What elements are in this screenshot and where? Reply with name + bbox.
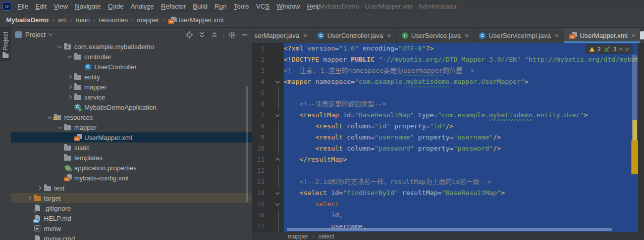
gutter-fold-column[interactable]	[267, 110, 284, 121]
tree-item-mvnw[interactable]: ▸mvnw	[11, 223, 252, 233]
code-line-5[interactable]: 5	[252, 87, 638, 99]
code-line-8[interactable]: 8 <result column="id" property="id"/>	[252, 121, 638, 132]
code-text[interactable]: id,	[284, 210, 638, 221]
code-line-10[interactable]: 10 <result column="password" property="p…	[252, 143, 638, 154]
breadcrumb-item-mapper[interactable]: mapper	[137, 16, 159, 24]
gutter-fold-column[interactable]	[267, 76, 284, 87]
tree-item-mvnw-cmd[interactable]: mvnw.cmd	[11, 233, 252, 240]
fold-marker-icon[interactable]	[276, 158, 280, 162]
gutter-fold-column[interactable]	[267, 154, 284, 165]
gutter-fold-column[interactable]	[267, 199, 284, 210]
tree-item-mybatis-config-xml[interactable]: <>mybatis-config.xml	[11, 173, 252, 183]
code-text[interactable]: <select id="findUserById" resultMap="Bas…	[284, 187, 638, 199]
tree-item-help-md[interactable]: MDHELP.md	[11, 213, 252, 223]
tree-item-mybatisdemoapplication[interactable]: CMybatisDemoApplication	[11, 102, 252, 112]
close-icon[interactable]: ×	[465, 32, 469, 39]
code-line-7[interactable]: 7 <resultMap id="BaseResultMap" type="co…	[252, 110, 638, 121]
tree-item-service[interactable]: service	[11, 92, 252, 102]
horizontal-scrollbar[interactable]	[287, 228, 612, 231]
tree-item-target[interactable]: target	[11, 193, 252, 203]
warning-stripe-mark[interactable]	[631, 140, 638, 174]
tree-item-resources[interactable]: resources	[11, 112, 252, 122]
code-text[interactable]: <?xml version="1.0" encoding="UTF-8"?>	[284, 43, 638, 54]
code-text[interactable]: <result column="id" property="id"/>	[284, 121, 638, 132]
tree-item-static[interactable]: static	[11, 142, 252, 153]
next-problem-icon[interactable]	[625, 46, 629, 51]
code-line-3[interactable]: 3<!--注意: 1.这里的namespace要是你usermapper的位置-…	[252, 65, 638, 76]
tab-userserviceimpl-java[interactable]: CUserServiceImpl.java×	[474, 28, 564, 43]
code-line-15[interactable]: 15 select	[252, 199, 638, 210]
menu-item-navigate[interactable]: Navigate	[71, 3, 104, 10]
breadcrumb-item-src[interactable]: src	[58, 16, 67, 24]
code-text[interactable]: <resultMap id="BaseResultMap" type="com.…	[284, 110, 638, 121]
menu-item-file[interactable]: File	[14, 3, 32, 10]
fold-marker-icon[interactable]	[276, 113, 280, 117]
code-line-14[interactable]: 14 <select id="findUserById" resultMap="…	[252, 187, 638, 199]
breadcrumb-item-resources[interactable]: resources	[99, 16, 128, 24]
project-tree-scrollbar[interactable]	[246, 86, 248, 202]
hide-panel-icon[interactable]	[241, 31, 249, 39]
code-line-6[interactable]: 6 <!--注意这里的返回类型-->	[252, 99, 638, 110]
menu-item-edit[interactable]: Edit	[32, 3, 50, 10]
tree-item-test[interactable]: test	[11, 183, 252, 193]
close-icon[interactable]: ×	[303, 32, 307, 39]
chevron-down-icon[interactable]	[48, 32, 52, 36]
menu-item-run[interactable]: Run	[211, 3, 230, 10]
chevron-down-icon[interactable]	[57, 124, 64, 131]
chevron-right-icon[interactable]	[67, 83, 74, 90]
prev-problem-icon[interactable]	[619, 47, 623, 52]
code-line-2[interactable]: 2<!DOCTYPE mapper PUBLIC "-//mybatis.org…	[252, 54, 638, 65]
code-line-11[interactable]: 11 </resultMap>	[252, 154, 638, 165]
chevron-right-icon[interactable]	[67, 93, 74, 101]
editor-breadcrumb-item-select[interactable]: select	[318, 233, 334, 240]
breadcrumb-item-main[interactable]: main	[76, 16, 90, 24]
close-icon[interactable]: ×	[555, 32, 559, 39]
inspections-widget[interactable]: 2 3	[585, 44, 632, 54]
code-editor[interactable]: 1<?xml version="1.0" encoding="UTF-8"?>2…	[252, 43, 638, 232]
breadcrumb-item-mybatisdemo[interactable]: MybatisDemo	[6, 16, 49, 24]
code-text[interactable]	[284, 165, 638, 176]
tree-item-com-example-mybatisdemo[interactable]: com.example.mybatisdemo	[11, 41, 252, 52]
code-line-16[interactable]: 16 id,	[252, 210, 638, 221]
tree-item-gitignore[interactable]: .gitignore	[11, 203, 252, 213]
tree-item-usercontroller[interactable]: CUserController	[11, 62, 252, 72]
collapse-all-icon[interactable]	[210, 31, 219, 39]
menu-item-analyze[interactable]: Analyze	[127, 3, 157, 10]
fold-marker-icon[interactable]	[276, 190, 280, 195]
code-line-9[interactable]: 9 <result column="username" property="us…	[252, 132, 638, 143]
breadcrumb-item-usermapper-xml[interactable]: UserMapper.xml	[176, 16, 224, 24]
code-text[interactable]: <result column="username" property="user…	[284, 132, 638, 143]
chevron-down-icon[interactable]	[67, 53, 74, 60]
tab-usercontroller-java[interactable]: CUserController.java×	[312, 28, 396, 43]
tab-userservice-java[interactable]: IUserService.java×	[397, 28, 474, 43]
locate-icon[interactable]	[185, 31, 193, 39]
chevron-down-icon[interactable]	[57, 43, 64, 50]
code-text[interactable]: <!--注意这里的返回类型-->	[284, 99, 638, 110]
chevron-right-icon[interactable]	[36, 184, 43, 191]
tab-sermapper-java[interactable]: serMapper.java×	[252, 28, 312, 43]
chevron-down-icon[interactable]	[46, 114, 53, 121]
code-text[interactable]: <!DOCTYPE mapper PUBLIC "-//mybatis.org/…	[284, 54, 638, 65]
tree-item-mapper[interactable]: mapper	[11, 82, 252, 92]
code-line-13[interactable]: 13 <!--2.id和你的方法名一样，resultMap为上面的id名一致--…	[252, 176, 638, 187]
code-text[interactable]: <!--2.id和你的方法名一样，resultMap为上面的id名一致-->	[284, 176, 638, 187]
tree-item-templates[interactable]: templates	[11, 153, 252, 163]
gutter-fold-column[interactable]	[267, 187, 284, 199]
close-icon[interactable]: ×	[632, 32, 636, 39]
close-icon[interactable]: ×	[387, 32, 391, 39]
fold-marker-icon[interactable]	[276, 79, 280, 83]
code-text[interactable]: <mapper namespace="com.example.mybatisde…	[284, 76, 638, 87]
menu-item-view[interactable]: View	[50, 3, 71, 10]
code-line-1[interactable]: 1<?xml version="1.0" encoding="UTF-8"?>	[252, 43, 638, 54]
chevron-right-icon[interactable]	[67, 73, 74, 80]
code-line-4[interactable]: 4<mapper namespace="com.example.mybatisd…	[252, 76, 638, 87]
tree-item-controller[interactable]: controller	[11, 52, 252, 62]
menu-item-build[interactable]: Build	[189, 3, 211, 10]
project-stripe-button[interactable]: Project	[0, 28, 11, 61]
menu-item-vcs[interactable]: VCS	[252, 3, 273, 10]
code-text[interactable]: select	[284, 199, 638, 210]
code-text[interactable]: </resultMap>	[284, 154, 638, 165]
expand-all-icon[interactable]	[198, 31, 206, 39]
menu-item-window[interactable]: Window	[273, 3, 303, 10]
code-text[interactable]: <result column="password" property="pass…	[284, 143, 638, 154]
